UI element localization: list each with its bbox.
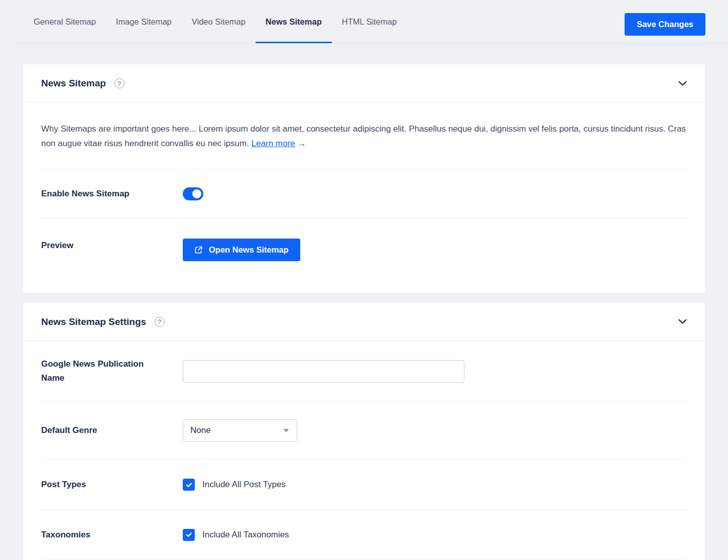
enable-news-sitemap-toggle[interactable] bbox=[183, 187, 203, 200]
news-sitemap-card: News Sitemap ? Why Sitemaps are importan… bbox=[23, 64, 705, 293]
post-types-row: Post Types Include All Post Types bbox=[23, 460, 705, 510]
learn-more-link[interactable]: Learn more bbox=[252, 139, 295, 148]
settings-tab-bar: General Sitemap Image Sitemap Video Site… bbox=[0, 0, 728, 43]
field-label: Enable News Sitemap bbox=[41, 187, 183, 201]
news-sitemap-settings-card-header: News Sitemap Settings ? bbox=[23, 303, 705, 341]
tab-video-sitemap[interactable]: Video Sitemap bbox=[182, 0, 256, 43]
chevron-down-icon[interactable] bbox=[678, 319, 687, 324]
button-label: Open News Sitemap bbox=[209, 245, 289, 255]
default-genre-row: Default Genre None bbox=[23, 402, 705, 459]
field-label: Google News Publication Name bbox=[41, 357, 183, 385]
intro-text: Why Sitemaps are important goes here... … bbox=[23, 103, 705, 169]
checkbox-label: Include All Post Types bbox=[202, 480, 286, 490]
external-link-icon bbox=[194, 246, 203, 254]
news-sitemap-settings-card: News Sitemap Settings ? Google News Publ… bbox=[23, 303, 705, 560]
news-sitemap-card-header: News Sitemap ? bbox=[23, 64, 705, 103]
check-icon bbox=[185, 531, 193, 538]
arrow-right-icon: → bbox=[298, 139, 306, 148]
tabs: General Sitemap Image Sitemap Video Site… bbox=[17, 0, 728, 43]
card-title: News Sitemap Settings bbox=[41, 316, 146, 327]
field-label: Default Genre bbox=[41, 423, 183, 437]
field-label: Post Types bbox=[41, 478, 183, 492]
tab-html-sitemap[interactable]: HTML Sitemap bbox=[332, 0, 407, 43]
select-value: None bbox=[190, 425, 211, 435]
tab-image-sitemap[interactable]: Image Sitemap bbox=[106, 0, 182, 43]
tab-news-sitemap[interactable]: News Sitemap bbox=[256, 0, 332, 43]
save-changes-button[interactable]: Save Changes bbox=[625, 13, 705, 36]
check-icon bbox=[185, 481, 193, 489]
help-icon[interactable]: ? bbox=[155, 317, 165, 327]
default-genre-select[interactable]: None bbox=[183, 419, 297, 441]
include-all-post-types-checkbox[interactable] bbox=[183, 479, 195, 491]
preview-row: Preview Open News Sitemap bbox=[23, 218, 705, 293]
caret-down-icon bbox=[284, 429, 289, 432]
enable-news-sitemap-row: Enable News Sitemap bbox=[23, 170, 705, 218]
field-label: Preview bbox=[41, 239, 183, 253]
open-news-sitemap-button[interactable]: Open News Sitemap bbox=[183, 239, 300, 261]
include-all-taxonomies-checkbox[interactable] bbox=[183, 529, 195, 541]
taxonomies-row: Taxonomies Include All Taxonomies bbox=[23, 510, 705, 559]
field-label: Taxonomies bbox=[41, 528, 183, 542]
card-title: News Sitemap bbox=[41, 78, 106, 89]
chevron-down-icon[interactable] bbox=[678, 81, 687, 86]
tab-general-sitemap[interactable]: General Sitemap bbox=[24, 0, 106, 43]
help-icon[interactable]: ? bbox=[114, 78, 125, 88]
intro-paragraph: Why Sitemaps are important goes here... … bbox=[41, 124, 686, 148]
publication-name-row: Google News Publication Name bbox=[23, 341, 705, 401]
google-news-publication-name-input[interactable] bbox=[183, 360, 464, 383]
checkbox-label: Include All Taxonomies bbox=[202, 530, 289, 540]
page: { "colors": { "accent": "#0e63f8", "head… bbox=[0, 0, 728, 560]
